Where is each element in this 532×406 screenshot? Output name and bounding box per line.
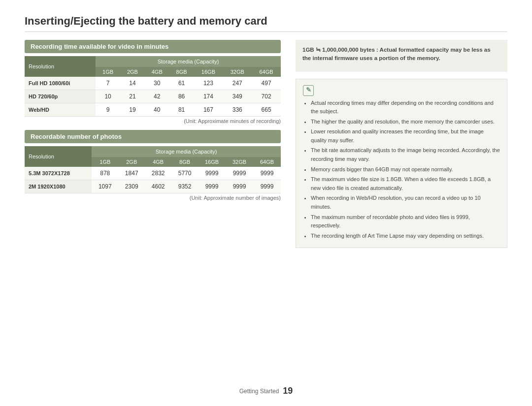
resolution-cell: 2M 1920X1080 xyxy=(25,180,92,193)
value-cell: 1097 xyxy=(92,180,118,193)
table-row: Full HD 1080/60i7143061123247497 xyxy=(25,77,281,90)
video-section-header: Recording time available for video in mi… xyxy=(25,40,281,53)
video-resolution-header: Resolution xyxy=(25,56,96,77)
footer-page: 19 xyxy=(283,386,293,396)
left-column: Recording time available for video in mi… xyxy=(25,40,281,248)
value-cell: 497 xyxy=(252,77,281,90)
value-cell: 878 xyxy=(92,167,118,180)
table-row: 2M 1920X10801097230946029352999999999999 xyxy=(25,180,281,193)
value-cell: 9999 xyxy=(198,180,226,193)
value-cell: 9352 xyxy=(171,180,198,193)
value-cell: 9999 xyxy=(253,167,281,180)
value-cell: 14 xyxy=(120,77,145,90)
col-4gb: 4GB xyxy=(145,67,169,77)
photo-section: Recordable number of photos Resolution S… xyxy=(25,130,281,201)
value-cell: 61 xyxy=(169,77,194,90)
value-cell: 5770 xyxy=(171,167,198,180)
p-col-8gb: 8GB xyxy=(171,157,198,167)
col-2gb: 2GB xyxy=(120,67,145,77)
value-cell: 86 xyxy=(169,90,194,103)
info-list: Actual recording times may differ depend… xyxy=(303,99,500,241)
p-col-2gb: 2GB xyxy=(118,157,145,167)
value-cell: 2832 xyxy=(145,167,171,180)
list-item: The maximum number of recordable photo a… xyxy=(311,213,500,230)
video-table: Resolution Storage media (Capacity) 1GB … xyxy=(25,56,281,117)
p-col-32gb: 32GB xyxy=(226,157,253,167)
p-col-64gb: 64GB xyxy=(253,157,281,167)
photo-unit-note: (Unit: Approximate number of images) xyxy=(25,195,281,201)
value-cell: 21 xyxy=(120,90,145,103)
value-cell: 81 xyxy=(169,103,194,117)
footer: Getting Started 19 xyxy=(0,386,532,396)
info-icon: ✎ xyxy=(303,85,314,96)
col-1gb: 1GB xyxy=(96,67,120,77)
value-cell: 702 xyxy=(252,90,281,103)
value-cell: 10 xyxy=(96,90,120,103)
info-box: ✎ Actual recording times may differ depe… xyxy=(296,79,507,249)
value-cell: 30 xyxy=(145,77,169,90)
resolution-cell: HD 720/60p xyxy=(25,90,96,103)
value-cell: 167 xyxy=(194,103,223,117)
value-cell: 42 xyxy=(145,90,169,103)
right-column: 1GB ≒ 1,000,000,000 bytes : Actual forma… xyxy=(296,40,507,248)
note-box: 1GB ≒ 1,000,000,000 bytes : Actual forma… xyxy=(296,40,507,72)
value-cell: 9 xyxy=(96,103,120,117)
resolution-cell: Web/HD xyxy=(25,103,96,117)
value-cell: 349 xyxy=(223,90,252,103)
list-item: The bit rate automatically adjusts to th… xyxy=(311,146,500,163)
list-item: Lower resolution and quality increases t… xyxy=(311,127,500,145)
photo-storage-header: Storage media (Capacity) xyxy=(92,146,281,157)
p-col-1gb: 1GB xyxy=(92,157,118,167)
video-storage-header: Storage media (Capacity) xyxy=(96,56,281,67)
photo-resolution-header: Resolution xyxy=(25,146,92,167)
list-item: The maximum video file size is 1.8GB. Wh… xyxy=(311,175,500,192)
photo-section-header: Recordable number of photos xyxy=(25,130,281,143)
value-cell: 9999 xyxy=(253,180,281,193)
note-text: 1GB ≒ 1,000,000,000 bytes : Actual forma… xyxy=(302,46,500,63)
value-cell: 40 xyxy=(145,103,169,117)
video-unit-note: (Unit: Approximate minutes of recording) xyxy=(25,118,281,124)
photo-table: Resolution Storage media (Capacity) 1GB … xyxy=(25,146,281,193)
p-col-16gb: 16GB xyxy=(198,157,226,167)
list-item: Actual recording times may differ depend… xyxy=(311,99,500,116)
col-32gb: 32GB xyxy=(223,67,252,77)
value-cell: 336 xyxy=(223,103,252,117)
value-cell: 174 xyxy=(194,90,223,103)
value-cell: 9999 xyxy=(226,167,253,180)
col-8gb: 8GB xyxy=(169,67,194,77)
table-row: Web/HD9194081167336665 xyxy=(25,103,281,117)
value-cell: 123 xyxy=(194,77,223,90)
value-cell: 9999 xyxy=(226,180,253,193)
value-cell: 2309 xyxy=(118,180,145,193)
footer-label: Getting Started xyxy=(239,388,279,395)
resolution-cell: 5.3M 3072X1728 xyxy=(25,167,92,180)
p-col-4gb: 4GB xyxy=(145,157,171,167)
table-row: HD 720/60p10214286174349702 xyxy=(25,90,281,103)
page-title: Inserting/Ejecting the battery and memor… xyxy=(25,15,507,32)
table-row: 5.3M 3072X172887818472832577099999999999… xyxy=(25,167,281,180)
col-16gb: 16GB xyxy=(194,67,223,77)
list-item: The recording length of Art Time Lapse m… xyxy=(311,232,500,241)
list-item: Memory cards bigger than 64GB may not op… xyxy=(311,165,500,174)
value-cell: 1847 xyxy=(118,167,145,180)
list-item: The higher the quality and resolution, t… xyxy=(311,118,500,126)
value-cell: 7 xyxy=(96,77,120,90)
value-cell: 9999 xyxy=(198,167,226,180)
col-64gb: 64GB xyxy=(252,67,281,77)
list-item: When recording in Web/HD resolution, you… xyxy=(311,194,500,211)
value-cell: 19 xyxy=(120,103,145,117)
resolution-cell: Full HD 1080/60i xyxy=(25,77,96,90)
value-cell: 4602 xyxy=(145,180,171,193)
value-cell: 665 xyxy=(252,103,281,117)
value-cell: 247 xyxy=(223,77,252,90)
video-section: Recording time available for video in mi… xyxy=(25,40,281,124)
